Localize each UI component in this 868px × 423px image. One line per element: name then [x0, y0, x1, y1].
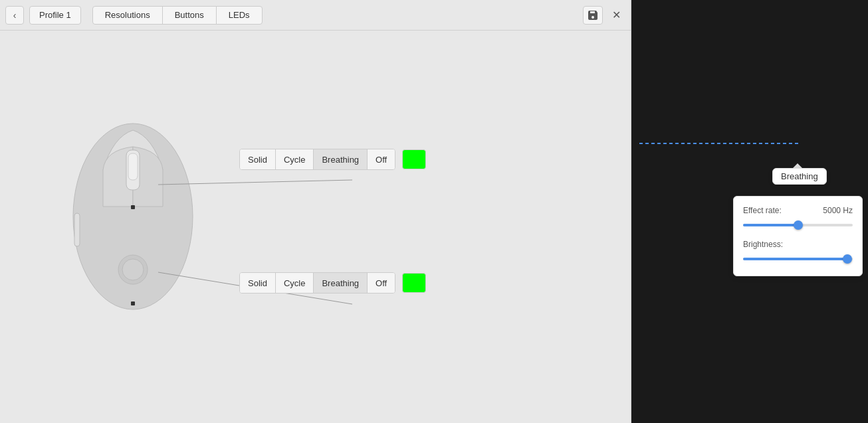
effect-rate-section: Effect rate: 5000 Hz	[743, 206, 853, 230]
led-buttons-row2: Solid Cycle Breathing Off	[239, 272, 395, 294]
led-solid-btn-1[interactable]: Solid	[240, 149, 276, 169]
close-button[interactable]: ✕	[607, 6, 625, 25]
led-row-2: Solid Cycle Breathing Off	[239, 272, 426, 294]
led-row-1: Solid Cycle Breathing Off	[239, 149, 426, 170]
svg-rect-4	[131, 205, 135, 209]
color-swatch-2[interactable]	[402, 273, 426, 293]
svg-rect-2	[128, 153, 138, 180]
led-buttons-row1: Solid Cycle Breathing Off	[239, 149, 395, 170]
main-content: Solid Cycle Breathing Off Solid Cycle Br…	[0, 31, 631, 423]
led-solid-btn-2[interactable]: Solid	[240, 273, 276, 293]
tab-leds[interactable]: LEDs	[216, 6, 263, 25]
save-button[interactable]	[583, 6, 603, 25]
tab-buttons[interactable]: Buttons	[162, 6, 217, 25]
breathing-label: Breathing	[781, 171, 818, 181]
effect-panel: Effect rate: 5000 Hz Brightness:	[733, 196, 863, 276]
svg-point-7	[122, 259, 144, 280]
effect-rate-thumb[interactable]	[794, 220, 803, 230]
breathing-tooltip: Breathing	[772, 163, 827, 185]
brightness-thumb[interactable]	[843, 254, 852, 264]
led-off-btn-2[interactable]: Off	[368, 273, 395, 293]
led-breathing-btn-1[interactable]: Breathing	[314, 149, 368, 169]
effect-rate-label: Effect rate:	[743, 206, 782, 215]
profile-button[interactable]: Profile 1	[29, 6, 81, 25]
title-bar: ‹ Profile 1 Resolutions Buttons LEDs ✕	[0, 0, 631, 31]
effect-rate-value: 5000 Hz	[823, 206, 853, 215]
led-off-btn-1[interactable]: Off	[368, 149, 395, 169]
color-swatch-1[interactable]	[402, 149, 426, 169]
mouse-illustration	[53, 84, 213, 323]
brightness-section: Brightness:	[743, 239, 853, 264]
app-window: ‹ Profile 1 Resolutions Buttons LEDs ✕	[0, 0, 631, 423]
tab-resolutions[interactable]: Resolutions	[92, 6, 163, 25]
svg-rect-3	[74, 213, 80, 246]
effect-rate-slider-container[interactable]	[743, 220, 853, 230]
back-button[interactable]: ‹	[5, 6, 24, 25]
tab-group: Resolutions Buttons LEDs	[93, 6, 263, 25]
title-bar-actions: ✕	[583, 6, 625, 25]
svg-rect-5	[131, 301, 135, 305]
led-breathing-btn-2[interactable]: Breathing	[314, 273, 368, 293]
brightness-label: Brightness:	[743, 240, 783, 249]
dashed-connector	[639, 137, 799, 138]
led-cycle-btn-1[interactable]: Cycle	[276, 149, 314, 169]
led-cycle-btn-2[interactable]: Cycle	[276, 273, 314, 293]
brightness-slider-container[interactable]	[743, 254, 853, 264]
